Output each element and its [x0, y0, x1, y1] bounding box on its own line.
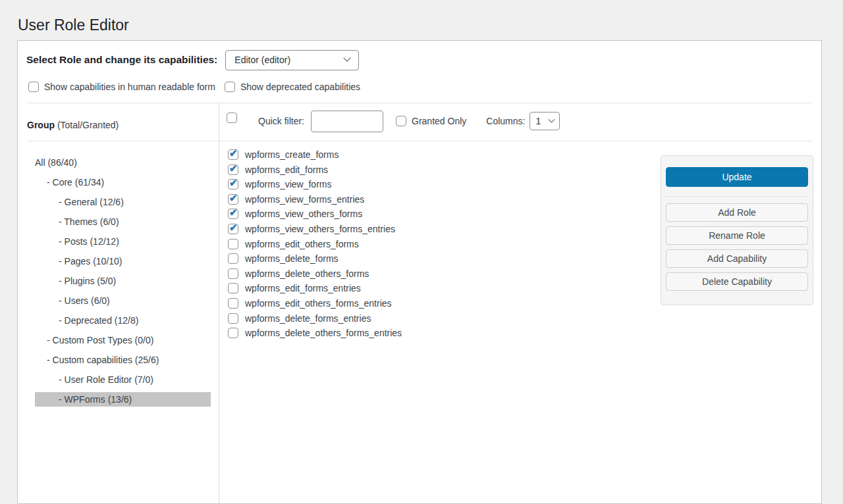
capability-row[interactable]: wpforms_edit_forms_entries	[228, 283, 549, 293]
group-tree-item-label: - Posts (12/12)	[59, 236, 119, 247]
capability-row[interactable]: wpforms_create_forms	[228, 149, 549, 160]
deprecated-checkbox[interactable]	[225, 82, 235, 92]
role-select-label: Select Role and change its capabilities:	[26, 54, 217, 66]
capability-label: wpforms_edit_others_forms	[245, 239, 359, 249]
capability-row[interactable]: wpforms_delete_others_forms	[228, 268, 549, 279]
columns-select-value: 1	[535, 116, 541, 126]
capability-checkbox[interactable]	[228, 239, 238, 249]
group-header-title: Group	[27, 120, 55, 130]
capability-checkbox[interactable]	[228, 298, 238, 309]
capabilities-list: wpforms_create_forms wpforms_edit_forms …	[219, 141, 549, 343]
capability-label: wpforms_view_forms	[245, 179, 331, 189]
group-tree-item[interactable]: - Pages (10/10)	[35, 254, 211, 268]
group-tree-item[interactable]: - General (12/6)	[35, 195, 211, 209]
user-role-editor-panel: Select Role and change its capabilities:…	[17, 40, 822, 504]
group-tree-item[interactable]: - Deprecated (12/8)	[35, 313, 211, 328]
capability-label: wpforms_view_forms_entries	[245, 194, 364, 205]
capability-checkbox[interactable]	[228, 224, 238, 234]
role-selection-row: Select Role and change its capabilities:…	[26, 49, 359, 70]
capability-label: wpforms_create_forms	[245, 149, 339, 160]
granted-only-label: Granted Only	[412, 116, 466, 126]
capability-row[interactable]: wpforms_edit_forms	[228, 164, 549, 175]
page-title: User Role Editor	[18, 16, 129, 36]
capability-checkbox[interactable]	[228, 328, 238, 338]
capability-checkbox[interactable]	[228, 283, 238, 293]
capability-row[interactable]: wpforms_delete_forms_entries	[228, 313, 549, 324]
group-header: Group (Total/Granted)	[27, 120, 119, 130]
group-tree-item-label: - Custom Post Types (0/0)	[47, 335, 153, 345]
capability-checkbox[interactable]	[228, 179, 238, 189]
columns-select[interactable]: 1	[530, 112, 560, 130]
capability-row[interactable]: wpforms_view_others_forms	[228, 209, 549, 219]
human-readable-label: Show capabilities in human readable form	[44, 82, 215, 92]
capability-row[interactable]: wpforms_delete_forms	[228, 253, 549, 264]
capability-checkbox[interactable]	[228, 194, 238, 205]
group-tree-item[interactable]: - Custom Post Types (0/0)	[35, 333, 211, 347]
group-tree-item[interactable]: - User Role Editor (7/0)	[35, 372, 211, 387]
group-tree-item[interactable]: - Custom capabilities (25/6)	[35, 353, 211, 367]
group-tree-item-label: - Custom capabilities (25/6)	[47, 355, 159, 365]
capability-row[interactable]: wpforms_edit_others_forms_entries	[228, 298, 549, 309]
quick-filter-label: Quick filter:	[258, 116, 304, 126]
capability-label: wpforms_view_others_forms	[245, 209, 362, 219]
group-tree-item[interactable]: - Plugins (5/0)	[35, 274, 211, 288]
capability-row[interactable]: wpforms_view_forms	[228, 179, 549, 189]
group-tree-item[interactable]: - Users (6/0)	[35, 293, 211, 308]
quick-filter-input[interactable]	[311, 111, 383, 132]
group-tree-item[interactable]: - Core (61/34)	[35, 175, 211, 189]
deprecated-option[interactable]: Show deprecated capabilities	[225, 82, 360, 92]
update-button[interactable]: Update	[666, 167, 808, 187]
capability-row[interactable]: wpforms_delete_others_forms_entries	[228, 328, 549, 338]
filter-bar: Quick filter: Granted Only Columns: 1	[227, 109, 808, 133]
group-tree-item-label: - User Role Editor (7/0)	[59, 374, 153, 385]
select-all-checkbox[interactable]	[227, 113, 237, 123]
capability-checkbox[interactable]	[228, 149, 238, 160]
capability-label: wpforms_edit_forms_entries	[245, 283, 361, 293]
role-select-value: Editor (editor)	[234, 55, 290, 65]
add-role-button[interactable]: Add Role	[666, 203, 808, 222]
group-tree-item-label: - Pages (10/10)	[59, 256, 122, 266]
capability-row[interactable]: wpforms_edit_others_forms	[228, 239, 549, 249]
group-tree-item[interactable]: - Posts (12/12)	[35, 234, 211, 249]
add-capability-button[interactable]: Add Capability	[666, 249, 808, 268]
capability-label: wpforms_edit_forms	[245, 164, 328, 175]
chevron-down-icon	[549, 116, 555, 122]
options-row: Show capabilities in human readable form…	[28, 80, 360, 93]
actions-panel: Update Add Role Rename Role Add Capabili…	[661, 155, 813, 305]
capability-checkbox[interactable]	[228, 209, 238, 219]
capability-label: wpforms_delete_forms	[245, 253, 339, 264]
divider	[665, 196, 809, 197]
group-tree-item-label: - Deprecated (12/8)	[59, 315, 138, 326]
group-tree-item-label: - Themes (6/0)	[59, 216, 119, 227]
group-tree-item[interactable]: All (86/40)	[35, 155, 211, 170]
group-tree-item[interactable]: - Themes (6/0)	[35, 214, 211, 229]
group-tree-item-label: - General (12/6)	[59, 197, 124, 207]
granted-only-option[interactable]: Granted Only	[396, 116, 466, 126]
capability-label: wpforms_view_others_forms_entries	[245, 224, 395, 234]
human-readable-option[interactable]: Show capabilities in human readable form	[28, 82, 215, 92]
group-tree-item-label: - Core (61/34)	[47, 177, 104, 188]
capability-checkbox[interactable]	[228, 268, 238, 279]
capability-checkbox[interactable]	[228, 313, 238, 324]
capability-row[interactable]: wpforms_view_others_forms_entries	[228, 224, 549, 234]
capability-checkbox[interactable]	[228, 164, 238, 175]
group-tree-item[interactable]: - WPForms (13/6)	[35, 392, 211, 407]
group-tree-item-label: - Users (6/0)	[59, 295, 110, 306]
deprecated-label: Show deprecated capabilities	[240, 82, 360, 92]
granted-only-checkbox[interactable]	[396, 116, 406, 126]
group-header-subtitle: (Total/Granted)	[57, 120, 119, 130]
capability-row[interactable]: wpforms_view_forms_entries	[228, 194, 549, 205]
capability-label: wpforms_delete_others_forms_entries	[245, 328, 402, 338]
capability-label: wpforms_edit_others_forms_entries	[245, 298, 392, 309]
human-readable-checkbox[interactable]	[28, 82, 39, 92]
group-tree-item-label: - WPForms (13/6)	[59, 394, 132, 405]
capability-label: wpforms_delete_others_forms	[245, 268, 369, 279]
rename-role-button[interactable]: Rename Role	[666, 226, 808, 245]
capability-checkbox[interactable]	[228, 253, 238, 264]
delete-capability-button[interactable]: Delete Capability	[666, 272, 808, 291]
group-tree: All (86/40) - Core (61/34) - General (12…	[18, 141, 219, 407]
capability-label: wpforms_delete_forms_entries	[245, 313, 371, 324]
columns-label: Columns:	[486, 116, 525, 126]
group-tree-item-label: All (86/40)	[35, 157, 77, 168]
role-select[interactable]: Editor (editor)	[225, 50, 359, 70]
